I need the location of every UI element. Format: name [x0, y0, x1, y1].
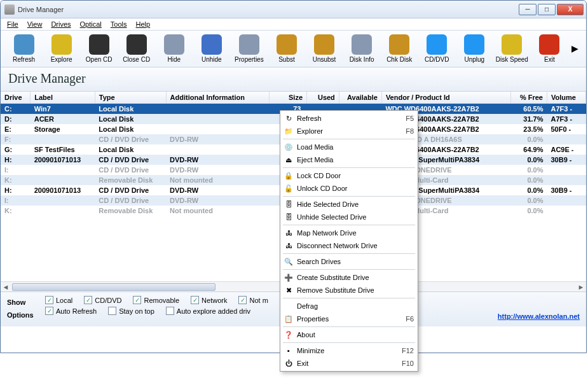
toolbar-more-arrow[interactable]: ▶ [569, 43, 581, 53]
menu-item-label: Map Network Drive [297, 229, 414, 237]
ctx-explorer[interactable]: 📁ExplorerF8 [280, 125, 418, 137]
menu-drives[interactable]: Drives [51, 20, 71, 28]
cell: Local Disk [95, 124, 166, 134]
ctx-exit[interactable]: ⏻ExitF10 [280, 357, 418, 370]
checkbox-icon: ✓ [238, 296, 247, 304]
toolbar-subst-button[interactable]: Subst [268, 33, 304, 63]
cell: CD / DVD Drive [95, 165, 166, 175]
col-size[interactable]: Size [270, 92, 307, 104]
scroll-thumb[interactable] [12, 283, 215, 291]
col-label[interactable]: Label [31, 92, 95, 104]
checkbox-label: Not m [249, 297, 268, 304]
ctx-refresh[interactable]: ↻RefreshF5 [280, 112, 418, 125]
cell: 0.0% [511, 185, 547, 195]
col-vendor-product-id[interactable]: Vendor / Product Id [381, 92, 510, 104]
show-check-removable[interactable]: ✓Removable [133, 296, 179, 304]
ctx-search-drives[interactable]: 🔍Search Drives [280, 255, 418, 268]
ctx-create-substitute-drive[interactable]: ➕Create Substitute Drive [280, 271, 418, 284]
ctx-load-media[interactable]: 💿Load Media [280, 141, 418, 153]
toolbar-label: Open CD [81, 56, 117, 63]
menu-view[interactable]: View [27, 20, 43, 28]
cell: G: [1, 144, 31, 155]
toolbar-label: CD/DVD [419, 56, 455, 63]
toolbar-refresh-button[interactable]: Refresh [6, 33, 42, 63]
col-additional-information[interactable]: Additional Information [166, 92, 270, 104]
menu-help[interactable]: Help [136, 20, 151, 28]
toolbar-disk-info-button[interactable]: Disk Info [344, 33, 380, 63]
maximize-button[interactable]: □ [538, 4, 556, 15]
toolbar-disk-speed-button[interactable]: Disk Speed [494, 33, 530, 63]
toolbar-unhide-button[interactable]: Unhide [193, 33, 229, 63]
col--free[interactable]: % Free [511, 92, 547, 104]
ctx-about[interactable]: ❓About [280, 328, 418, 341]
ctx-minimize[interactable]: ▪MinimizeF12 [280, 344, 418, 357]
show-check-cd-dvd[interactable]: ✓CD/DVD [84, 296, 121, 304]
cell: 64.9% [511, 144, 547, 155]
menu-file[interactable]: File [7, 20, 18, 28]
toolbar-close-cd-button[interactable]: Close CD [118, 33, 154, 63]
ctx-defrag[interactable]: Defrag [280, 300, 418, 312]
opt-check-stay-on-top[interactable]: Stay on top [108, 307, 154, 315]
ctx-map-network-drive[interactable]: 🖧Map Network Drive [280, 227, 418, 239]
toolbar-exit-button[interactable]: Exit [531, 33, 568, 63]
menu-item-label: Minimize [297, 347, 402, 354]
ctx-eject-media[interactable]: ⏏Eject Media [280, 153, 418, 166]
opt-check-auto-explore-added-driv[interactable]: Auto explore added driv [166, 307, 250, 315]
menu-tools[interactable]: Tools [111, 20, 127, 28]
show-label: Show [7, 296, 40, 309]
toolbar-label: Refresh [6, 56, 42, 63]
col-volume[interactable]: Volume [547, 92, 585, 104]
titlebar[interactable]: Drive Manager ─ □ X [1, 1, 586, 18]
website-link[interactable]: http://www.alexnolan.net [498, 312, 580, 320]
hide-icon [164, 34, 184, 55]
toolbar-label: Unplug [456, 56, 493, 63]
toolbar-unsubst-button[interactable]: Unsubst [306, 33, 343, 63]
ctx-lock-cd-door[interactable]: 🔒Lock CD Door [280, 169, 418, 182]
toolbar-cd-dvd-button[interactable]: CD/DVD [419, 33, 455, 63]
ctx-unhide-selected-drive[interactable]: 🗄Unhide Selected Drive [280, 211, 418, 223]
menu-item-icon [283, 301, 294, 311]
close-button[interactable]: X [557, 4, 584, 15]
show-check-local[interactable]: ✓Local [45, 296, 72, 304]
minimize-button[interactable]: ─ [519, 4, 537, 15]
toolbar-explore-button[interactable]: Explore [43, 33, 79, 63]
chk-disk-icon [389, 34, 409, 55]
cell [547, 165, 585, 175]
menu-item-icon: 🔒 [283, 171, 294, 181]
cell: 60.5% [511, 104, 547, 115]
scroll-left-arrow[interactable]: ◄ [1, 283, 11, 291]
explore-icon [51, 34, 72, 55]
toolbar-open-cd-button[interactable]: Open CD [81, 33, 117, 63]
cell: CD / DVD Drive [95, 195, 166, 206]
menu-optical[interactable]: Optical [80, 20, 102, 28]
cell: I: [1, 195, 31, 206]
menu-separator [283, 253, 415, 254]
cell: CD / DVD Drive [95, 185, 166, 195]
col-available[interactable]: Available [339, 92, 381, 104]
ctx-properties[interactable]: 📋PropertiesF6 [280, 312, 418, 325]
toolbar-chk-disk-button[interactable]: Chk Disk [381, 33, 418, 63]
cell: Not mounted [166, 175, 270, 185]
opt-check-auto-refresh[interactable]: ✓Auto Refresh [45, 307, 97, 315]
toolbar-hide-button[interactable]: Hide [156, 33, 192, 63]
col-used[interactable]: Used [307, 92, 339, 104]
ctx-unlock-cd-door[interactable]: 🔓Unlock CD Door [280, 182, 418, 195]
ctx-hide-selected-drive[interactable]: 🗄Hide Selected Drive [280, 198, 418, 211]
cell: CD / DVD Drive [95, 134, 166, 144]
col-drive[interactable]: Drive [1, 92, 31, 104]
cell: 0.0% [511, 206, 547, 216]
toolbar-properties-button[interactable]: Properties [231, 33, 267, 63]
menu-item-icon: ↻ [283, 113, 294, 123]
toolbar-label: Explore [43, 56, 79, 63]
toolbar-unplug-button[interactable]: Unplug [456, 33, 493, 63]
show-check-not-m[interactable]: ✓Not m [238, 296, 268, 304]
menu-item-icon: 📁 [283, 126, 294, 136]
col-type[interactable]: Type [95, 92, 166, 104]
cell [166, 144, 270, 155]
ctx-remove-substitute-drive[interactable]: ✖Remove Substitute Drive [280, 284, 418, 297]
menu-item-label: Lock CD Door [297, 172, 414, 179]
scroll-right-arrow[interactable]: ► [576, 283, 586, 291]
cell: DVD-RW [166, 195, 270, 206]
ctx-disconnect-network-drive[interactable]: 🖧Disconnect Network Drive [280, 239, 418, 252]
show-check-network[interactable]: ✓Network [191, 296, 227, 304]
